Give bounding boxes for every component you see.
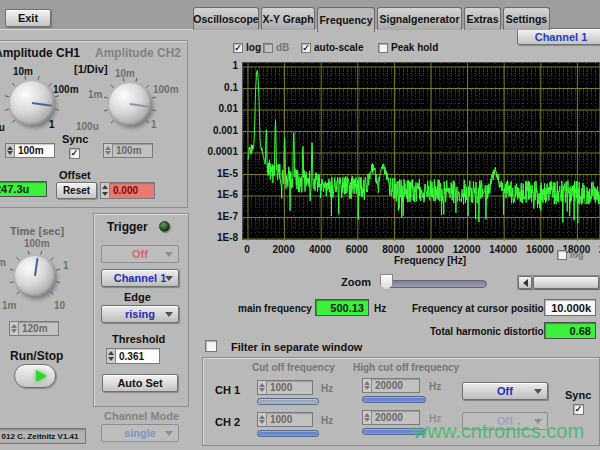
ch2-amplitude-knob [109,83,151,125]
ch2-low-slider[interactable] [257,430,319,437]
filter-separate-checkbox[interactable] [205,340,217,352]
ch2-low-spinner[interactable]: 1000 [257,412,313,427]
knob-scale-label: 10m [0,257,6,268]
ch1-high-slider[interactable] [362,396,426,403]
channel-select-button[interactable]: Channel 1 [517,28,600,45]
zoom-label: Zoom [341,276,371,288]
spinner-arrows [10,322,19,335]
plot-scrollbar[interactable] [517,275,600,290]
exit-label: Exit [18,12,38,24]
spinner-arrows[interactable] [363,379,372,392]
autoset-button[interactable]: Auto Set [102,374,178,392]
knob-scale-label: 100m [53,84,79,95]
db-checkbox [263,43,273,53]
y-tick-label: 1E-8 [198,232,238,243]
trigger-led [159,221,170,232]
chevron-down-icon [165,252,173,257]
time-knob[interactable] [15,256,55,296]
low-cutoff-header: Cut off frequency [252,362,335,373]
spinner-value: 1000 [267,413,312,426]
trigger-title: Trigger [107,220,148,234]
tab-xy-graph[interactable]: X-Y Graph [261,7,315,30]
spinner-value: 20000 [372,379,419,392]
ch1-low-slider[interactable] [257,398,319,405]
autoscale-checkbox[interactable]: ✓ [301,43,311,53]
offset-label: Offset [59,169,91,181]
x-tick-label: 0 [227,244,267,255]
dropdown-value: Off [132,248,148,260]
runstop-label: Run/Stop [10,349,63,363]
tab-label: Extras [466,13,498,25]
trigger-source-dropdown[interactable]: Channel 1 [101,269,179,287]
thd-label: Total harmonic distortion [430,326,550,337]
filter-sync-checkbox[interactable]: ✓ [573,404,584,415]
tab-settings[interactable]: Settings [503,7,550,30]
xaxis-log-label: log [570,250,584,260]
knob-scale-label: 100m [24,238,50,249]
y-tick-label: 1 [198,60,238,71]
tab-extras[interactable]: Extras [464,7,501,30]
autoset-label: Auto Set [117,377,162,389]
scroll-thumb[interactable] [533,276,599,289]
tab-label: Signalgenerator [380,13,460,25]
chevron-down-icon [165,431,173,436]
ch1-amplitude-spinner[interactable]: 100m [5,143,55,158]
ch1-low-spinner[interactable]: 1000 [257,380,313,395]
edge-dropdown[interactable]: rising [101,305,179,323]
x-axis-title: Frequency [Hz] [385,255,475,266]
tab-label: Settings [506,13,547,25]
tab-frequency[interactable]: Frequency [317,7,375,32]
knob-needle [130,103,149,108]
ch2-high-spinner[interactable]: 20000 [362,410,420,425]
value-text: 500.13 [330,302,364,314]
spinner-value: 120m [19,322,58,335]
ch1-high-unit: Hz [429,381,441,392]
x-tick-label: 8000 [373,244,413,255]
high-cutoff-header: High cut off frequency [353,362,459,373]
ch1-filter-type-dropdown[interactable]: Off [462,382,548,400]
tab-oscilloscope[interactable]: Oscilloscope [193,7,259,30]
spinner-arrows[interactable] [107,349,116,363]
spinner-arrows[interactable] [6,144,15,157]
xaxis-log-checkbox[interactable] [557,250,567,260]
cursor-frequency-label: Frequency at cursor position [412,303,550,314]
ch1-amplitude-knob[interactable] [10,81,54,125]
ch1-high-spinner[interactable]: 20000 [362,378,420,393]
threshold-spinner[interactable]: 0.361 [106,348,160,364]
spinner-arrows[interactable] [258,413,267,426]
exit-button[interactable]: Exit [5,9,51,27]
ch2-label: CH 2 [215,416,240,428]
knob-scale-label: 100u [76,121,99,132]
version-badge: 012 C. Zeitnitz V1.41 [0,428,86,444]
main-frequency-unit: Hz [374,303,386,314]
x-tick-label: 12000 [447,244,487,255]
reset-button[interactable]: Reset [56,182,97,199]
dropdown-value: rising [125,308,155,320]
chevron-down-icon [165,276,173,281]
tab-label: X-Y Graph [262,13,313,25]
value-text: 247.3u [0,183,29,195]
chevron-down-icon [534,389,542,394]
spinner-arrows[interactable] [258,381,267,394]
peakhold-checkbox[interactable] [378,43,388,53]
autoscale-label: auto-scale [314,42,363,53]
knob-scale-label: 1m [2,300,16,311]
watermark: www.cntronics.com [413,420,584,443]
version-text: 012 C. Zeitnitz V1.41 [2,432,79,441]
spectrum-plot[interactable] [242,62,600,240]
spinner-value: 100m [113,144,152,157]
zoom-slider[interactable] [386,280,487,288]
dropdown-value: Channel 1 [114,272,167,284]
chevron-down-icon [165,312,173,317]
log-checkbox[interactable]: ✓ [233,43,243,53]
runstop-button[interactable] [14,364,56,388]
y-tick-label: 1E-6 [198,189,238,200]
spinner-arrows[interactable] [363,411,372,424]
spinner-value: 20000 [372,411,419,424]
app-window: Exit Oscilloscope X-Y Graph Frequency Si… [0,0,600,450]
x-tick-label: 6000 [337,244,377,255]
tab-signalgenerator[interactable]: Signalgenerator [377,7,462,30]
scroll-left-button[interactable] [518,276,532,289]
y-tick-label: 0.1 [198,82,238,93]
sync-checkbox[interactable]: ✓ [69,148,80,159]
